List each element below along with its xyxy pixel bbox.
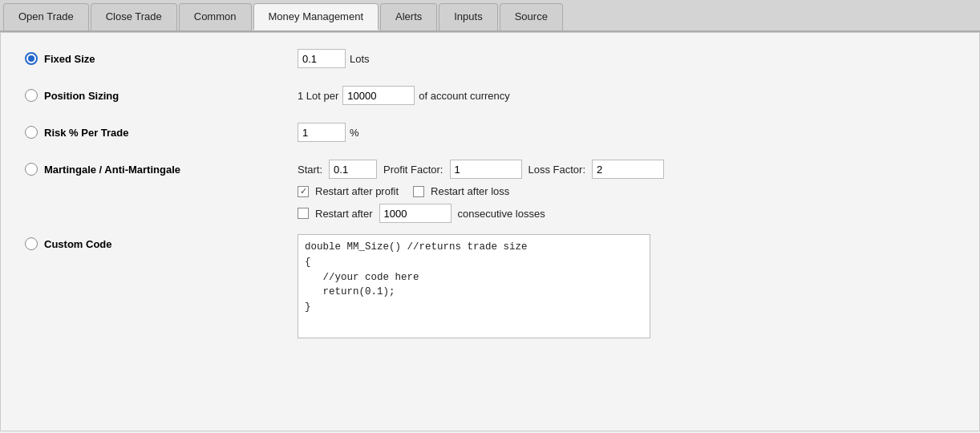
- restart-profit-checkbox[interactable]: [298, 186, 309, 197]
- risk-per-trade-suffix: %: [350, 127, 359, 139]
- custom-code-radio[interactable]: [25, 237, 38, 250]
- tab-close-trade[interactable]: Close Trade: [91, 3, 177, 30]
- martingale-start-input[interactable]: [329, 160, 377, 179]
- fixed-size-radio[interactable]: [25, 52, 38, 65]
- restart-consecutive-pre-label: Restart after: [315, 208, 373, 220]
- fixed-size-row: Fixed Size Lots: [25, 49, 955, 75]
- restart-consecutive-input[interactable]: [379, 204, 452, 223]
- restart-consecutive-post-label: consecutive losses: [458, 208, 545, 220]
- fixed-size-controls: Lots: [298, 49, 370, 68]
- position-sizing-label: Position Sizing: [44, 90, 119, 102]
- position-sizing-suffix: of account currency: [419, 90, 509, 102]
- position-sizing-row: Position Sizing 1 Lot per of account cur…: [25, 86, 955, 111]
- fixed-size-label: Fixed Size: [44, 53, 95, 65]
- position-sizing-prefix: 1 Lot per: [298, 90, 338, 102]
- restart-loss-checkbox[interactable]: [413, 186, 424, 197]
- martingale-start-label: Start:: [298, 164, 322, 176]
- risk-per-trade-input[interactable]: [298, 123, 346, 142]
- martingale-radio[interactable]: [25, 163, 38, 176]
- position-sizing-input[interactable]: [342, 86, 415, 105]
- martingale-loss-factor-label: Loss Factor:: [528, 164, 586, 176]
- risk-per-trade-label: Risk % Per Trade: [44, 127, 129, 139]
- tab-open-trade[interactable]: Open Trade: [3, 3, 89, 30]
- content-area: Fixed Size Lots Position Sizing 1 Lot pe…: [0, 32, 980, 431]
- martingale-row: Martingale / Anti-Martingale Start: Prof…: [25, 160, 955, 223]
- martingale-loss-factor-input[interactable]: [592, 160, 664, 179]
- martingale-label: Martingale / Anti-Martingale: [44, 164, 180, 176]
- risk-per-trade-label-col: Risk % Per Trade: [25, 123, 298, 139]
- fixed-size-suffix: Lots: [350, 53, 370, 65]
- tab-inputs[interactable]: Inputs: [439, 3, 497, 30]
- custom-code-controls: double MM_Size() //returns trade size { …: [298, 234, 650, 338]
- martingale-factors-row: Start: Profit Factor: Loss Factor:: [298, 160, 664, 179]
- custom-code-row: Custom Code double MM_Size() //returns t…: [25, 234, 955, 338]
- custom-code-label-col: Custom Code: [25, 234, 298, 250]
- fixed-size-label-col: Fixed Size: [25, 49, 298, 65]
- tab-alerts[interactable]: Alerts: [380, 3, 437, 30]
- risk-per-trade-row: Risk % Per Trade %: [25, 123, 955, 148]
- fixed-size-input[interactable]: [298, 49, 346, 68]
- position-sizing-radio[interactable]: [25, 89, 38, 102]
- tab-common[interactable]: Common: [179, 3, 252, 30]
- risk-per-trade-radio[interactable]: [25, 126, 38, 139]
- martingale-profit-factor-label: Profit Factor:: [383, 164, 443, 176]
- position-sizing-label-col: Position Sizing: [25, 86, 298, 102]
- martingale-restart-row1: Restart after profit Restart after loss: [298, 185, 664, 197]
- tab-source[interactable]: Source: [500, 3, 563, 30]
- martingale-label-col: Martingale / Anti-Martingale: [25, 160, 298, 176]
- custom-code-textarea[interactable]: double MM_Size() //returns trade size { …: [298, 234, 650, 338]
- restart-profit-label: Restart after profit: [315, 185, 399, 197]
- position-sizing-controls: 1 Lot per of account currency: [298, 86, 510, 105]
- restart-loss-label: Restart after loss: [431, 185, 509, 197]
- risk-per-trade-controls: %: [298, 123, 359, 142]
- restart-consecutive-checkbox[interactable]: [298, 208, 309, 219]
- martingale-restart-row2: Restart after consecutive losses: [298, 204, 664, 223]
- tab-money-management[interactable]: Money Management: [253, 3, 379, 30]
- tab-bar: Open Trade Close Trade Common Money Mana…: [0, 0, 980, 32]
- martingale-profit-factor-input[interactable]: [450, 160, 522, 179]
- custom-code-label: Custom Code: [44, 238, 112, 250]
- martingale-block: Start: Profit Factor: Loss Factor: Resta…: [298, 160, 664, 223]
